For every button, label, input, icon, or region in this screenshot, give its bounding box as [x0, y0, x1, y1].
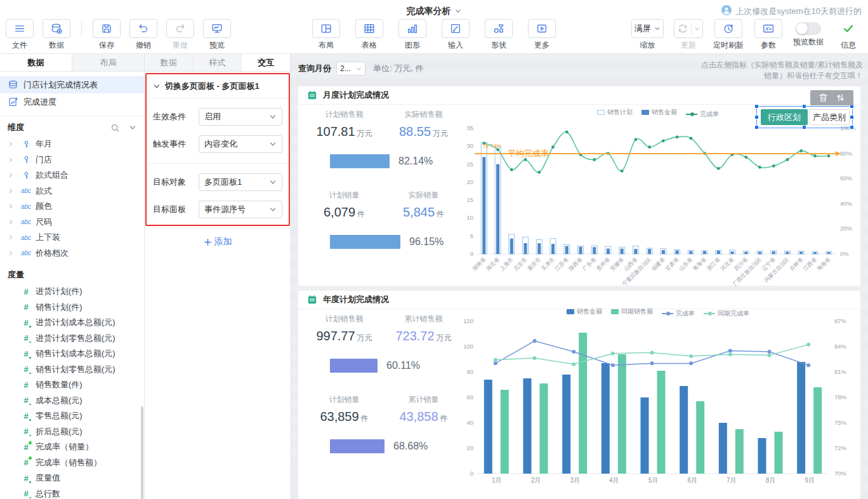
add-interaction-button[interactable]: 添加 [145, 236, 291, 248]
kpi-actual[interactable]: 实际销量 5,845件 [384, 190, 463, 220]
selection-handle[interactable] [850, 125, 854, 130]
dataset-item-1[interactable]: 门店计划完成情况表 [0, 76, 144, 93]
dimension-item-价格档次[interactable]: abc价格档次 [0, 246, 144, 262]
panel-tab-style[interactable]: 样式 [194, 54, 242, 71]
selection-handle[interactable] [754, 104, 759, 109]
dataset-item-2[interactable]: 完成进度 [0, 93, 144, 110]
select-触发事件[interactable]: 内容变化 [199, 135, 282, 153]
selection-handle[interactable] [850, 115, 854, 119]
info-button[interactable]: 信息 [834, 19, 863, 51]
query-month-select[interactable]: 2... [336, 62, 365, 76]
selection-handle[interactable] [754, 115, 759, 119]
number-field-icon: # [16, 334, 36, 342]
dimension-item-尺码[interactable]: abc尺码 [0, 215, 144, 230]
measure-item-零售总额(元)[interactable]: #零售总额(元) [0, 408, 144, 424]
selection-handle[interactable] [802, 125, 806, 130]
toolbar-button-file[interactable]: 文件 [5, 19, 34, 51]
timed-refresh-button-control[interactable] [714, 19, 742, 38]
toolbar-button-chart[interactable]: 图形 [398, 19, 427, 51]
select-目标对象[interactable]: 多页面板1 [199, 173, 282, 191]
toolbar-button-table[interactable]: 表格 [355, 19, 384, 51]
toggle-switch[interactable] [796, 22, 821, 35]
yearly-combo-chart[interactable]: 02040608010012070%72%75%78%81%84%87%1月2月… [458, 314, 858, 498]
expand-chevron-icon[interactable] [8, 203, 16, 210]
parameters-button[interactable]: X=参数 [754, 19, 783, 51]
toolbar-button-preview[interactable]: 预览 [202, 19, 232, 51]
measure-item-度量值[interactable]: #度量值 [0, 470, 144, 486]
panel-tab-interaction[interactable]: 交互 [242, 54, 291, 71]
measure-item-折后总额(元)[interactable]: #折后总额(元) [0, 424, 144, 440]
section-collapse-header[interactable]: 切换多页面板 - 多页面板1 [147, 74, 289, 98]
kpi-group-1[interactable]: 计划销售额 107.81万元 实际销售额 88.55万元 [305, 109, 463, 139]
dimension-item-颜色[interactable]: abc颜色 [0, 199, 144, 215]
measure-item-销售计划(件)[interactable]: #销售计划(件) [0, 300, 144, 316]
sidebar-tab-data[interactable]: 数据 [0, 54, 72, 71]
dimension-item-门店[interactable]: 门店 [0, 152, 144, 168]
kpi-group-2[interactable]: 计划销量 63,859件 累计销量 43,858件 [305, 394, 463, 424]
card2-kpi-block[interactable]: 计划销售额 997.77万元 累计销售额 723.72万元 60.11% 计划销… [305, 314, 463, 453]
info-button-control[interactable] [834, 19, 862, 38]
measure-name: 零售总额(元) [36, 410, 82, 422]
toolbar-button-redo[interactable]: 重做 [166, 19, 195, 51]
yearly-plan-card[interactable]: 年度计划完成情况 计划销售额 997.77万元 累计销售额 723.72万元 6… [298, 291, 860, 499]
measure-item-销售计划零售总额(元)[interactable]: #销售计划零售总额(元) [0, 362, 144, 378]
monthly-combo-chart[interactable]: 051015202530350%20%40%60%80%100%湖南省湖北省上海… [458, 116, 858, 291]
measure-item-完成率（销售额）[interactable]: #完成率（销售额） [0, 455, 144, 471]
dimension-item-年月[interactable]: 年月 [0, 136, 144, 152]
expand-chevron-icon[interactable] [8, 157, 16, 163]
kpi-group-2[interactable]: 计划销量 6,079件 实际销量 5,845件 [305, 190, 463, 220]
zoom-select[interactable]: 满屏缩放 [631, 19, 664, 51]
expand-chevron-icon[interactable] [8, 172, 16, 178]
category-tab-button[interactable]: 产品类别 [809, 109, 850, 125]
toolbar-button-data[interactable]: 数据 [42, 19, 71, 51]
switch-component-icon[interactable] [836, 93, 845, 102]
select-生效条件[interactable]: 启用 [199, 108, 282, 126]
kpi-actual[interactable]: 累计销售额 723.72万元 [384, 314, 463, 343]
measure-item-销售数量(件)[interactable]: #销售数量(件) [0, 377, 144, 393]
delete-icon[interactable] [819, 93, 827, 102]
toolbar-button-layout[interactable]: 布局 [312, 19, 341, 51]
measure-item-进货计划成本总额(元)[interactable]: #进货计划成本总额(元) [0, 315, 144, 331]
sidebar-scrollbar[interactable] [141, 406, 143, 499]
measure-item-总行数[interactable]: #总行数 [0, 486, 144, 499]
toolbar-button-more[interactable]: 更多 [527, 19, 556, 51]
measure-item-进货计划零售总额(元)[interactable]: #进货计划零售总额(元) [0, 331, 144, 347]
selection-handle[interactable] [754, 125, 759, 130]
expand-chevron-icon[interactable] [8, 188, 16, 194]
refresh-button[interactable]: 更新 [674, 19, 703, 51]
svg-text:湖南省: 湖南省 [470, 256, 487, 272]
card1-kpi-block[interactable]: 计划销售额 107.81万元 实际销售额 88.55万元 82.14% 计划销量… [305, 109, 463, 249]
kpi-group-1[interactable]: 计划销售额 997.77万元 累计销售额 723.72万元 [305, 314, 463, 343]
refresh-button-control[interactable] [674, 19, 703, 38]
expand-chevron-icon[interactable] [8, 219, 16, 225]
measure-item-进货计划(件)[interactable]: #进货计划(件) [0, 284, 144, 300]
dimension-item-款式组合[interactable]: 款式组合 [0, 168, 144, 183]
toolbar-button-shape[interactable]: 形状 [484, 19, 513, 51]
timed-refresh-button[interactable]: 定时刷新 [713, 19, 744, 51]
dimension-item-上下装[interactable]: abc上下装 [0, 230, 144, 246]
toolbar-button-input[interactable]: 输入 [441, 19, 470, 51]
toolbar-button-undo[interactable]: 撤销 [129, 19, 158, 51]
kpi-actual[interactable]: 累计销量 43,858件 [384, 394, 463, 424]
preview-data-toggle[interactable]: 预览数据 [793, 19, 824, 48]
measure-item-销售计划成本总额(元)[interactable]: #销售计划成本总额(元) [0, 346, 144, 362]
toolbar-button-save[interactable]: 保存 [92, 19, 121, 51]
search-icon[interactable] [110, 123, 120, 133]
parameters-button-control[interactable]: X= [754, 19, 782, 38]
chevron-down-icon[interactable] [129, 124, 136, 131]
sidebar-tab-layout[interactable]: 布局 [72, 54, 144, 71]
expand-chevron-icon[interactable] [8, 234, 16, 241]
document-title[interactable]: 完成率分析 [407, 6, 462, 17]
dimension-item-款式[interactable]: abc款式 [0, 183, 144, 199]
select-目标面板[interactable]: 事件源序号 [199, 201, 282, 218]
selection-handle[interactable] [802, 104, 806, 109]
measure-item-完成率（销量）[interactable]: #完成率（销量） [0, 439, 144, 455]
panel-tab-data[interactable]: 数据 [145, 54, 194, 71]
kpi-actual[interactable]: 实际销售额 88.55万元 [384, 109, 463, 139]
zoom-select-control[interactable]: 满屏 [631, 19, 664, 38]
measure-item-成本总额(元)[interactable]: #成本总额(元) [0, 393, 144, 409]
expand-chevron-icon[interactable] [8, 250, 16, 256]
expand-chevron-icon[interactable] [8, 141, 16, 147]
region-tab-button[interactable]: 行政区划 [761, 109, 808, 125]
chevron-down-icon [455, 6, 462, 17]
